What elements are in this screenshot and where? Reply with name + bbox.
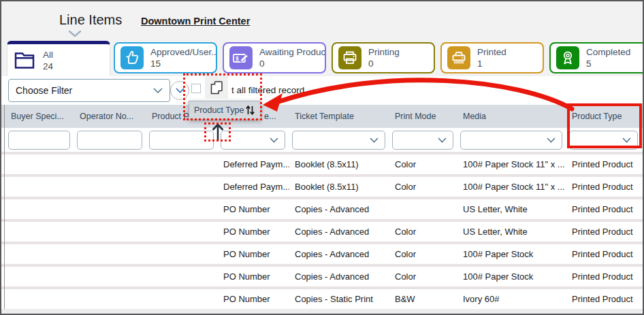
print-center-link[interactable]: Downtown Print Center: [141, 16, 250, 27]
thumbs-up-icon: [120, 46, 144, 69]
expand-filters-button[interactable]: [170, 81, 189, 100]
svg-text:$: $: [236, 55, 239, 62]
column-header-buyer-speci[interactable]: Buyer Speci...: [5, 105, 74, 128]
table-row[interactable]: Deferred Paym...Booklet (8.5x11)Color100…: [1, 174, 644, 197]
column-filter-select[interactable]: [292, 131, 385, 150]
tab-label: Printed: [477, 46, 506, 58]
table-cell: Deferred Paym...: [218, 154, 289, 174]
table-row[interactable]: PO NumberCopies - AdvancedUS Letter, Whi…: [1, 197, 644, 219]
column-filter-select[interactable]: [460, 131, 562, 150]
table-cell: Copies - Advanced: [289, 199, 389, 219]
line-items-window: Line Items Downtown Print Center All24Ap…: [0, 0, 644, 315]
table-row[interactable]: PO NumberCopies - AdvancedColorUS Letter…: [1, 219, 644, 242]
choose-filter-select[interactable]: Choose Filter: [8, 79, 170, 102]
medal-icon: [556, 46, 579, 69]
table-header-row: Buyer Speci...Operator No...Product Proe…: [1, 105, 644, 128]
table-cell: US Letter, White: [457, 222, 566, 242]
table-filter-row: [1, 128, 644, 152]
table-cell: Deferred Paym...: [218, 177, 289, 197]
table-cell: US Letter, White: [457, 199, 566, 219]
column-header-media[interactable]: Media: [457, 105, 566, 128]
chevron-down-icon: [153, 88, 163, 94]
column-header-ticket-template[interactable]: Ticket Template: [289, 105, 389, 128]
tab-printing[interactable]: Printing0: [332, 42, 435, 73]
table-cell: Printed Product: [566, 289, 642, 309]
tab-label: Awaiting Produc...: [259, 46, 325, 58]
choose-filter-value: Choose Filter: [16, 85, 72, 96]
table-cell: Ivory 60#: [457, 289, 566, 309]
invoice-icon: $: [229, 46, 253, 69]
table-cell: Color: [389, 267, 457, 286]
table-row[interactable]: PO NumberCopies - AdvancedColor100# Pape…: [1, 242, 644, 264]
folder-icon: [13, 49, 36, 72]
tab-count: 5: [586, 58, 630, 69]
tab-printed[interactable]: Printed1: [440, 42, 544, 73]
table-cell: Color: [389, 244, 457, 264]
table-cell: Color: [389, 222, 457, 242]
table-cell: B&W: [389, 289, 457, 309]
select-all-label: t all filtered record.: [231, 85, 307, 95]
tab-count: 0: [368, 58, 400, 69]
move-vertical-icon: [245, 105, 255, 116]
column-filter-input[interactable]: [77, 131, 142, 150]
select-all-checkbox[interactable]: [191, 84, 201, 93]
table-cell: Color: [389, 177, 457, 197]
table-cell: Printed Product: [566, 199, 642, 219]
tab-count: 24: [43, 61, 53, 72]
page-title: Line Items: [59, 12, 122, 28]
table-cell: Copies - Advanced: [289, 222, 389, 242]
column-header-operator-no[interactable]: Operator No...: [74, 105, 146, 128]
column-filter-select[interactable]: [221, 131, 285, 150]
tab-awaiting-produc[interactable]: $Awaiting Produc...0: [223, 42, 326, 73]
table-cell: Booklet (8.5x11): [289, 154, 389, 174]
table-cell: PO Number: [218, 289, 289, 309]
tab-count: 0: [259, 58, 325, 69]
table-cell: Printed Product: [566, 154, 642, 174]
table-row[interactable]: Deferred Paym...Booklet (8.5x11)Color100…: [1, 152, 644, 174]
tab-label: Approved/User...: [150, 46, 216, 58]
tab-count: 15: [150, 58, 216, 69]
column-header-product-type[interactable]: Product Type: [566, 105, 642, 128]
table-cell: PO Number: [218, 199, 289, 219]
table-cell: Color: [389, 154, 457, 174]
table-cell: Printed Product: [566, 177, 642, 197]
dragged-column-label: Product Type: [194, 105, 244, 115]
tab-label: Completed: [586, 46, 630, 58]
table-cell: PO Number: [218, 244, 289, 264]
table-cell: Copies - Advanced: [289, 267, 389, 286]
printed-icon: [447, 46, 470, 69]
table-cell: Booklet (8.5x11): [289, 177, 389, 197]
column-filter-input[interactable]: [149, 131, 214, 150]
arrow-up-icon: [209, 122, 227, 144]
table-body: Deferred Paym...Booklet (8.5x11)Color100…: [1, 152, 644, 309]
table-row[interactable]: PO NumberCopies - Static PrintB&WIvory 6…: [1, 286, 644, 309]
tab-count: 1: [477, 58, 506, 69]
table-cell: Copies - Advanced: [289, 244, 389, 264]
table-cell: Printed Product: [566, 222, 642, 242]
table-cell: PO Number: [218, 222, 289, 242]
printer-icon: [338, 46, 361, 69]
copy-icon: [210, 80, 223, 95]
table-cell: Printed Product: [566, 267, 642, 286]
table-left-border: [4, 105, 5, 309]
column-header-print-mode[interactable]: Print Mode: [389, 105, 457, 128]
table-row[interactable]: PO NumberCopies - AdvancedColor100# Pape…: [1, 264, 644, 286]
column-filter-select[interactable]: [392, 131, 453, 150]
tab-label: Printing: [368, 46, 400, 58]
table-cell: 100# Paper Stock 11" x ...: [457, 154, 566, 174]
tab-completed[interactable]: Completed5: [549, 42, 644, 73]
table-cell: Printed Product: [566, 244, 642, 264]
tab-approved-user[interactable]: Approved/User...15: [114, 42, 217, 73]
table-cell: 100# Paper Stock 11" x ...: [457, 177, 566, 197]
column-filter-input[interactable]: [8, 131, 70, 150]
chevron-down-icon[interactable]: [68, 29, 82, 41]
table-cell: 100# Paper Stock: [457, 267, 566, 286]
table-cell: 100# Paper Stock: [457, 244, 566, 264]
column-filter-select[interactable]: [569, 131, 638, 150]
copy-button[interactable]: [205, 76, 228, 99]
tab-label: All: [43, 49, 53, 61]
dragged-column-header[interactable]: Product Type: [189, 101, 261, 120]
table-cell: Copies - Static Print: [289, 289, 389, 309]
tab-all[interactable]: All24: [7, 41, 110, 76]
table-cell: PO Number: [218, 267, 289, 286]
